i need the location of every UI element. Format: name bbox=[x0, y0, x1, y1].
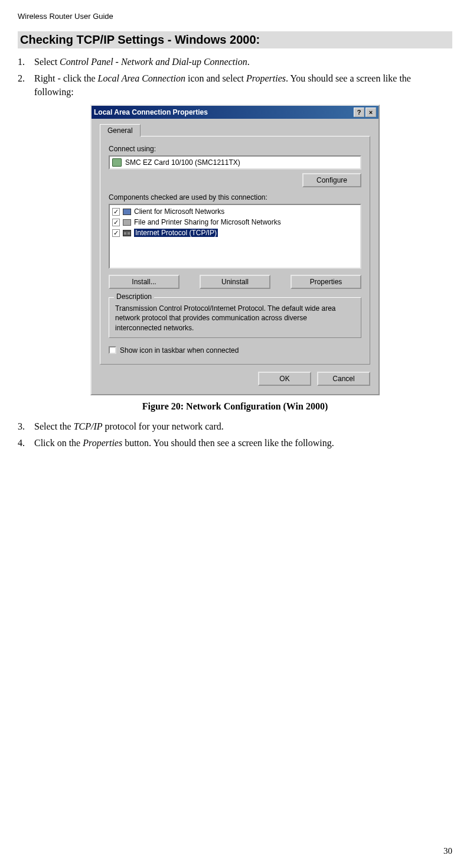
uninstall-button[interactable]: Uninstall bbox=[200, 275, 270, 289]
checkbox-icon[interactable]: ✓ bbox=[112, 219, 120, 226]
show-icon-row[interactable]: Show icon in taskbar when connected bbox=[109, 346, 361, 355]
step-4: 4. Click on the Properties button. You s… bbox=[18, 437, 452, 450]
components-label: Components checked are used by this conn… bbox=[109, 193, 361, 201]
step-num: 4. bbox=[18, 437, 34, 450]
step-num: 3. bbox=[18, 420, 34, 433]
close-button[interactable]: × bbox=[365, 108, 376, 117]
titlebar: Local Area Connection Properties ? × bbox=[92, 106, 378, 119]
description-legend: Description bbox=[114, 292, 154, 301]
show-icon-label: Show icon in taskbar when connected bbox=[120, 346, 239, 355]
step-2: 2. Right - click the Local Area Connecti… bbox=[18, 72, 452, 99]
install-button[interactable]: Install... bbox=[109, 275, 179, 289]
list-item[interactable]: ✓ File and Printer Sharing for Microsoft… bbox=[111, 217, 359, 227]
figure-caption: Figure 20: Network Configuration (Win 20… bbox=[18, 401, 452, 412]
step-1: 1. Select Control Panel - Network and Di… bbox=[18, 56, 452, 69]
titlebar-buttons: ? × bbox=[354, 108, 376, 117]
checkbox-icon[interactable] bbox=[109, 346, 116, 354]
tab-general[interactable]: General bbox=[100, 124, 141, 136]
cancel-button[interactable]: Cancel bbox=[317, 372, 370, 386]
doc-header: Wireless Router User Guide bbox=[18, 12, 452, 21]
connect-using-label: Connect using: bbox=[109, 145, 361, 153]
step-num: 1. bbox=[18, 56, 34, 69]
step-text: Click on the Properties button. You shou… bbox=[34, 437, 452, 450]
configure-button[interactable]: Configure bbox=[302, 173, 361, 187]
steps-list: 1. Select Control Panel - Network and Di… bbox=[18, 56, 452, 99]
dialog-body: General Connect using: SMC EZ Card 10/10… bbox=[92, 119, 378, 372]
nic-textbox[interactable]: SMC EZ Card 10/100 (SMC1211TX) bbox=[109, 155, 361, 170]
step-text: Right - click the Local Area Connection … bbox=[34, 72, 452, 99]
help-button[interactable]: ? bbox=[354, 108, 364, 117]
properties-dialog: Local Area Connection Properties ? × Gen… bbox=[90, 105, 380, 395]
step-text: Select the TCP/IP protocol for your netw… bbox=[34, 420, 452, 433]
step-num: 2. bbox=[18, 72, 34, 99]
step-text: Select Control Panel - Network and Dial-… bbox=[34, 56, 452, 69]
checkbox-icon[interactable]: ✓ bbox=[112, 229, 120, 237]
description-fieldset: Description Transmission Control Protoco… bbox=[109, 297, 361, 338]
steps-list-2: 3. Select the TCP/IP protocol for your n… bbox=[18, 420, 452, 450]
printer-icon bbox=[122, 217, 132, 227]
configure-row: Configure bbox=[109, 173, 361, 187]
button-row: Install... Uninstall Properties bbox=[109, 275, 361, 289]
tab-row: General bbox=[100, 123, 370, 136]
section-title: Checking TCP/IP Settings - Windows 2000: bbox=[18, 31, 452, 48]
page-number: 30 bbox=[443, 846, 452, 856]
properties-button[interactable]: Properties bbox=[291, 275, 361, 289]
list-item[interactable]: ✓ Internet Protocol (TCP/IP) bbox=[111, 227, 359, 238]
client-icon bbox=[122, 207, 132, 216]
step-3: 3. Select the TCP/IP protocol for your n… bbox=[18, 420, 452, 433]
dialog-title: Local Area Connection Properties bbox=[94, 108, 354, 116]
network-icon bbox=[122, 228, 132, 238]
checkbox-icon[interactable]: ✓ bbox=[112, 208, 120, 216]
list-item[interactable]: ✓ Client for Microsoft Networks bbox=[111, 206, 359, 217]
nic-name: SMC EZ Card 10/100 (SMC1211TX) bbox=[125, 158, 240, 167]
list-item-label: Client for Microsoft Networks bbox=[134, 207, 224, 216]
description-text: Transmission Control Protocol/Internet P… bbox=[115, 304, 355, 333]
tab-panel: Connect using: SMC EZ Card 10/100 (SMC12… bbox=[100, 136, 370, 365]
dialog-container: Local Area Connection Properties ? × Gen… bbox=[18, 105, 452, 395]
components-listbox[interactable]: ✓ Client for Microsoft Networks ✓ File a… bbox=[109, 204, 361, 269]
dialog-footer: OK Cancel bbox=[92, 372, 378, 394]
ok-button[interactable]: OK bbox=[258, 372, 311, 386]
list-item-label-selected: Internet Protocol (TCP/IP) bbox=[134, 229, 218, 237]
nic-icon bbox=[112, 158, 122, 167]
list-item-label: File and Printer Sharing for Microsoft N… bbox=[134, 218, 281, 226]
